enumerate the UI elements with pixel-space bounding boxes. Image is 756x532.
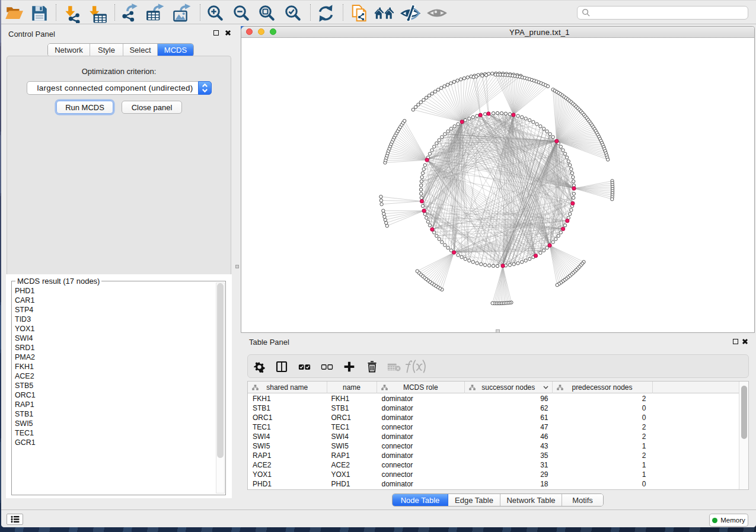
network-window-titlebar[interactable]: YPA_prune.txt_1 <box>241 27 754 38</box>
result-scrollbar[interactable] <box>216 283 225 493</box>
zoom-in-button[interactable] <box>205 3 225 23</box>
cell-MCDS-role: connector <box>382 422 465 432</box>
vertical-splitter[interactable] <box>234 25 241 509</box>
column-layout-button[interactable] <box>273 358 291 376</box>
import-table-button[interactable] <box>88 3 108 23</box>
result-item[interactable]: PMA2 <box>14 352 215 362</box>
result-item[interactable]: CAR1 <box>14 296 215 305</box>
table-row[interactable]: SWI4SWI4dominator462 <box>248 432 748 441</box>
table-row[interactable]: ORC1ORC1dominator610 <box>248 413 748 422</box>
table-row[interactable]: PHD1PHD1dominator180 <box>248 479 748 489</box>
export-network-button[interactable] <box>119 3 139 23</box>
open-session-button[interactable] <box>4 3 24 23</box>
control-panel-float-button[interactable] <box>213 30 219 36</box>
tab-network[interactable]: Network <box>48 44 90 56</box>
result-item[interactable]: SWI4 <box>14 334 215 343</box>
zoom-selected-button[interactable] <box>283 3 303 23</box>
table-settings-button[interactable] <box>250 358 268 376</box>
result-item[interactable]: ORC1 <box>14 390 215 400</box>
zoom-fit-icon <box>258 4 276 22</box>
cell-successor-nodes: 62 <box>465 403 548 413</box>
import-network-button[interactable] <box>62 3 82 23</box>
zoom-out-button[interactable] <box>231 3 251 23</box>
tab-node-table[interactable]: Node Table <box>393 494 448 506</box>
tab-edge-table[interactable]: Edge Table <box>448 494 500 506</box>
search-network-button[interactable] <box>374 3 394 23</box>
table-row[interactable]: RAP1RAP1dominator352 <box>248 451 748 460</box>
cell-predecessor-nodes: 1 <box>553 441 646 451</box>
column-header-successor-nodes[interactable]: successor nodes <box>465 382 553 393</box>
result-item[interactable]: TID3 <box>14 315 215 324</box>
cell-shared-name: RAP1 <box>253 451 327 460</box>
table-scrollbar[interactable] <box>739 382 748 489</box>
table-panel-close-button[interactable] <box>742 338 748 345</box>
select-all-button[interactable] <box>295 358 313 376</box>
window-close-button[interactable] <box>246 28 253 35</box>
zoom-fit-button[interactable] <box>257 3 277 23</box>
tab-style[interactable]: Style <box>90 44 123 56</box>
result-item[interactable]: STP4 <box>14 305 215 315</box>
column-filter-chevron-icon[interactable] <box>543 386 548 389</box>
zoom-in-icon <box>206 4 224 22</box>
horizontal-splitter-handle[interactable] <box>496 329 500 333</box>
zoom-selected-icon <box>284 4 302 22</box>
table-row[interactable]: YOX1YOX1connector291 <box>248 470 748 479</box>
result-item[interactable]: SRD1 <box>14 343 215 352</box>
window-zoom-button[interactable] <box>270 28 276 35</box>
refresh-button[interactable] <box>315 3 336 23</box>
criterion-dropdown[interactable]: largest connected component (undirected) <box>27 81 212 95</box>
search-input[interactable] <box>577 6 748 20</box>
memory-button[interactable]: Memory <box>709 514 748 527</box>
table-row[interactable]: TEC1TEC1connector472 <box>248 422 748 432</box>
result-item[interactable]: STB5 <box>14 381 215 390</box>
deselect-all-button[interactable] <box>318 358 336 376</box>
add-column-button[interactable] <box>340 358 358 376</box>
tab-motifs[interactable]: Motifs <box>562 494 603 506</box>
function-builder-button[interactable] <box>404 358 427 376</box>
export-image-button[interactable] <box>172 3 192 23</box>
tab-network-table[interactable]: Network Table <box>500 494 562 506</box>
vertical-splitter-handle[interactable] <box>235 265 239 268</box>
result-item[interactable]: SWI5 <box>14 419 215 428</box>
close-panel-button[interactable]: Close panel <box>122 101 182 114</box>
result-item[interactable]: RAP1 <box>14 400 215 409</box>
column-header-name[interactable]: name <box>327 382 377 393</box>
table-row[interactable]: FKH1FKH1dominator962 <box>248 394 748 403</box>
result-item[interactable]: ACE2 <box>14 371 215 381</box>
tab-select[interactable]: Select <box>123 44 158 56</box>
result-item[interactable]: TEC1 <box>14 428 215 438</box>
hide-selected-button[interactable] <box>400 3 420 23</box>
column-header-label: shared name <box>266 383 308 392</box>
delete-column-button[interactable] <box>363 358 381 376</box>
column-header-predecessor-nodes[interactable]: predecessor nodes <box>553 382 653 393</box>
run-mcds-button[interactable]: Run MCDS <box>56 101 113 114</box>
open-in-cloud-button[interactable] <box>349 3 369 23</box>
export-table-button[interactable] <box>145 3 165 23</box>
window-minimize-button[interactable] <box>258 28 264 35</box>
table-row[interactable]: STB1STB1dominator620 <box>248 403 748 413</box>
table-row[interactable]: ACE2ACE2connector311 <box>248 460 748 470</box>
table-panel-float-button[interactable] <box>733 339 738 344</box>
table-scrollbar-thumb[interactable] <box>741 386 747 439</box>
result-item[interactable]: GCR1 <box>14 438 215 447</box>
column-header-MCDS-role[interactable]: MCDS role <box>377 382 465 393</box>
result-item[interactable]: YOX1 <box>14 324 215 334</box>
network-canvas[interactable] <box>241 39 754 332</box>
control-panel-close-button[interactable] <box>225 30 231 36</box>
table-row[interactable]: SWI5SWI5connector431 <box>248 441 748 451</box>
save-session-button[interactable] <box>29 3 49 23</box>
result-item[interactable]: STB1 <box>14 409 215 419</box>
cell-predecessor-nodes: 2 <box>553 394 646 403</box>
unchecked-boxes-icon <box>321 361 333 373</box>
column-header-shared-name[interactable]: shared name <box>248 382 327 393</box>
result-scrollbar-thumb[interactable] <box>217 283 224 458</box>
mcds-result-list[interactable]: PHD1CAR1STP4TID3YOX1SWI4SRD1PMA2FKH1ACE2… <box>14 286 215 493</box>
result-item[interactable]: PHD1 <box>14 286 215 296</box>
result-item[interactable]: FKH1 <box>14 362 215 371</box>
delete-table-button[interactable] <box>385 358 403 376</box>
mcds-result-title: MCDS result (17 nodes) <box>15 277 101 286</box>
cell-successor-nodes: 29 <box>465 470 548 479</box>
tab-mcds[interactable]: MCDS <box>158 44 193 56</box>
show-all-button[interactable] <box>427 3 447 23</box>
show-panel-menu-button[interactable] <box>7 514 23 525</box>
